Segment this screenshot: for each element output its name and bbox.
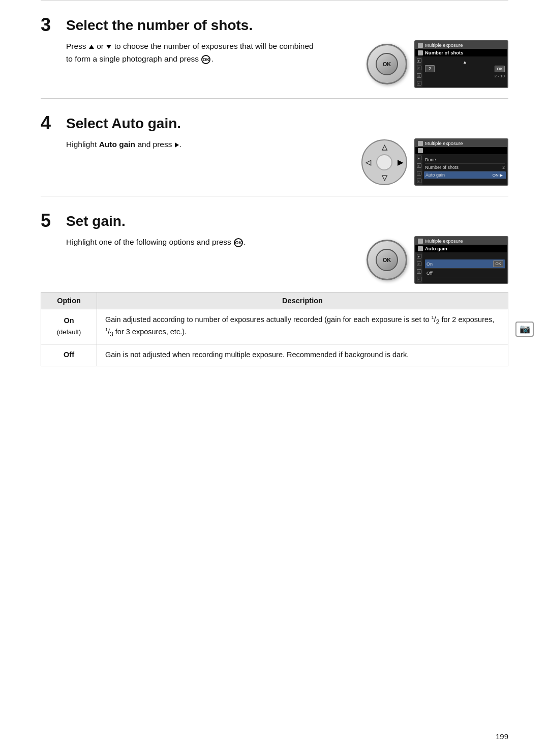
screen-4-titlebar: Multiple exposure [415,139,507,147]
arrow-down-icon [106,45,111,49]
dpad-right: ▶ [398,158,403,166]
step-4-title: Select Auto gain. [66,114,181,132]
screen-3-sidebar: ▶ Y □ ≡ ▲ 2 OK [415,56,507,87]
cam-icon [418,50,423,55]
menu-row-done: Done [425,156,505,164]
ok-label-5: OK [383,257,391,263]
screen-3-title: Multiple exposure [425,42,463,48]
range-text-3: 2 - 10 [425,73,505,79]
screen-4-main: Done Number of shots 2 Auto gain [422,154,507,185]
content-area: 3 Select the number of shots. Press or t… [0,0,549,376]
ok-button-visual-5: OK [367,240,407,280]
ok-badge-3: OK [495,66,505,72]
section-4-image: △ ▽ ◁ ▶ Multiple exposure [361,138,508,186]
screen-3-left-icons: ▶ Y □ ≡ [415,56,422,87]
options-table-area: Option Description On (default) Gain adj… [41,292,508,366]
table-head: Option Description [41,293,508,309]
menu-row-off: Off [425,270,505,277]
ok-circle-5: OK [234,238,243,247]
arrow-right-icon [175,142,179,148]
dpad-left: ◁ [365,158,371,166]
step-5-title: Set gain. [66,212,126,229]
screen-3-highlighted-label: Number of shots [425,50,463,55]
section-5-body: Highlight one of the following options a… [41,236,508,284]
section-4-header: 4 Select Auto gain. [41,114,508,132]
table-row-on: On (default) Gain adjusted according to … [41,309,508,344]
ok-circle-icon: OK [201,55,210,64]
col-header-description: Description [97,293,508,309]
screen-icon [418,43,423,48]
screen-5-main: On OK Off [422,252,507,283]
left-icon-2: Y [417,66,421,70]
camera-icon: 📷 [520,324,530,334]
dpad-outer: △ ▽ ◁ ▶ [361,139,407,185]
screen-4-left-icons: ▶ Y □ ≡ [415,154,422,185]
ok-button-outer: OK [367,44,407,84]
left-icon-4-3: □ [417,171,421,176]
cam-icon-5 [418,246,423,251]
dpad-down: ▽ [382,173,387,182]
left-icon-5-3: □ [417,269,421,274]
dpad-visual: △ ▽ ◁ ▶ [361,139,407,185]
section-5-text: Highlight one of the following options a… [66,236,330,249]
ok-button-inner: OK [376,53,398,75]
value-box-3: 2 [425,65,435,72]
screen-4-sidebar: ▶ Y □ ≡ Done [415,154,507,185]
bold-auto-gain: Auto gain [99,140,135,149]
screen-3: Multiple exposure Number of shots ▶ Y [414,40,508,88]
menu-label-on: On [426,261,433,267]
dpad-up: △ [382,143,387,151]
table-row-off: Off Gain is not adjusted when recording … [41,344,508,366]
option-on-sub: (default) [57,328,81,336]
left-icon-4-1: ▶ [417,156,421,160]
screen-4: Multiple exposure ▶ Y □ [414,138,508,186]
section-5-header: 5 Set gain. [41,212,508,230]
screen-3-main: ▲ 2 OK 2 - 10 [422,56,507,87]
option-off-label: Off [64,351,74,359]
menu-row-shots: Number of shots 2 [425,164,505,171]
camera-badge-icon: 📷 [515,322,534,337]
menu-label-shots: Number of shots [425,165,459,170]
menu-val-on: OK [493,260,503,267]
section-3-header: 3 Select the number of shots. [41,16,508,34]
options-table: Option Description On (default) Gain adj… [41,292,508,366]
ok-button-outer-5: OK [367,240,407,280]
left-icon-4: ≡ [417,81,421,85]
screen-5-sidebar: ▶ Y □ ≡ On OK [415,252,507,283]
left-icon-1: ▶ [417,58,421,63]
section-3-body: Press or to choose the number of exposur… [41,40,508,88]
section-4: 4 Select Auto gain. Highlight Auto gain … [41,98,508,196]
section-3: 3 Select the number of shots. Press or t… [41,0,508,98]
screen-5-highlighted-label: Auto gain [425,246,447,251]
ok-button-visual: OK [367,44,407,84]
ok-label: OK [383,61,391,67]
screen-5-title: Multiple exposure [425,238,463,244]
step-3-title: Select the number of shots. [66,16,253,34]
screen-3-highlighted: Number of shots [415,49,507,56]
up-arrow-indicator: ▲ [425,59,505,65]
left-icon-3: □ [417,73,421,78]
table-body: On (default) Gain adjusted according to … [41,309,508,366]
screen-4-highlighted [415,147,507,154]
left-icon-5-2: Y [417,261,421,266]
cam-icon-4 [418,148,423,153]
screen-4-icon [418,141,423,146]
left-icon-5-4: ≡ [417,277,421,281]
screen-3-titlebar: Multiple exposure [415,41,507,49]
left-icon-5-1: ▶ [417,254,421,258]
section-5-image: OK Multiple exposure Auto gain [367,236,508,284]
section-5: 5 Set gain. Highlight one of the followi… [41,196,508,376]
page-container: 3 Select the number of shots. Press or t… [0,0,549,756]
table-header-row: Option Description [41,293,508,309]
screen-5-left-icons: ▶ Y □ ≡ [415,252,422,283]
left-icon-4-2: Y [417,163,421,168]
left-icon-4-4: ≡ [417,179,421,183]
option-on: On (default) [41,309,97,344]
screen-5: Multiple exposure Auto gain ▶ Y □ [414,236,508,284]
section-4-body: Highlight Auto gain and press . △ ▽ ◁ ▶ [41,138,508,186]
step-4-number: 4 [41,114,59,132]
section-4-text: Highlight Auto gain and press . [66,138,330,151]
screen-5-highlighted: Auto gain [415,245,507,252]
description-on: Gain adjusted according to number of exp… [97,309,508,344]
option-on-label: On [64,316,74,325]
